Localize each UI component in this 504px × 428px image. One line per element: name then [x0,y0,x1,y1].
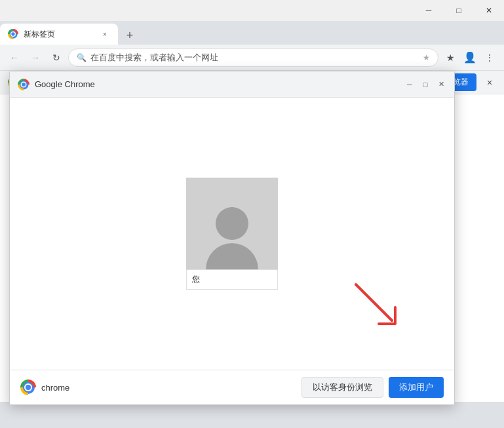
svg-point-14 [26,385,31,390]
dialog-title-text: Google Chrome [35,79,404,89]
win-minimize-btn[interactable]: ─ [414,0,444,21]
dialog-footer-right: 以访客身份浏览 添加用户 [301,377,444,398]
address-text: 在百度中搜索，或者输入一个网址 [90,52,419,64]
tab-title: 新标签页 [24,29,94,40]
tab-close-btn[interactable]: × [100,29,110,39]
dialog-chrome-logo-icon [18,79,29,90]
star-icon: ★ [423,53,430,62]
toolbar-right: ★ 👤 ⋮ [441,49,499,67]
profile-dialog: Google Chrome ─ □ ✕ 您 [9,71,455,405]
add-user-btn[interactable]: 添加用户 [389,377,444,398]
forward-btn[interactable]: → [26,49,45,67]
profile-btn[interactable]: 👤 [461,49,479,67]
avatar-head [216,207,248,240]
svg-marker-11 [385,314,398,327]
svg-point-8 [22,83,26,87]
profile-name: 您 [186,269,278,290]
footer-chrome-logo-icon [20,379,36,395]
dialog-footer: chrome 以访客身份浏览 添加用户 [10,370,454,404]
guest-browse-btn[interactable]: 以访客身份浏览 [301,377,383,398]
win-close-btn[interactable]: ✕ [474,0,504,21]
dialog-footer-left: chrome [20,379,69,395]
menu-btn[interactable]: ⋮ [480,49,499,67]
profile-avatar [186,178,278,269]
notification-close-btn[interactable]: × [483,76,496,89]
back-btn[interactable]: ← [5,49,24,67]
dialog-body: 您 [10,98,454,370]
tab-favicon-icon [8,29,18,39]
dialog-minimize-btn[interactable]: ─ [404,79,415,90]
address-bar[interactable]: 🔍 在百度中搜索，或者输入一个网址 ★ [68,49,438,67]
active-tab[interactable]: 新标签页 × [0,24,118,45]
tab-bar: 新标签页 × + [0,21,504,45]
svg-point-2 [11,32,14,35]
footer-chrome-text: chrome [41,383,69,393]
red-arrow-icon [349,278,402,330]
win-maximize-btn[interactable]: □ [444,0,474,21]
svg-marker-10 [385,314,398,327]
dialog-maximize-btn[interactable]: □ [420,79,431,90]
svg-line-9 [356,284,392,321]
search-icon: 🔍 [77,53,87,62]
profile-card[interactable]: 您 [186,178,278,290]
reload-btn[interactable]: ↻ [47,49,66,67]
dialog-close-btn[interactable]: ✕ [436,79,446,90]
new-tab-btn[interactable]: + [121,26,139,45]
dialog-controls: ─ □ ✕ [404,79,446,90]
toolbar: ← → ↻ 🔍 在百度中搜索，或者输入一个网址 ★ ★ 👤 ⋮ [0,45,504,71]
dialog-titlebar: Google Chrome ─ □ ✕ [10,71,454,98]
bookmark-btn[interactable]: ★ [441,49,459,67]
avatar-body [206,243,258,269]
